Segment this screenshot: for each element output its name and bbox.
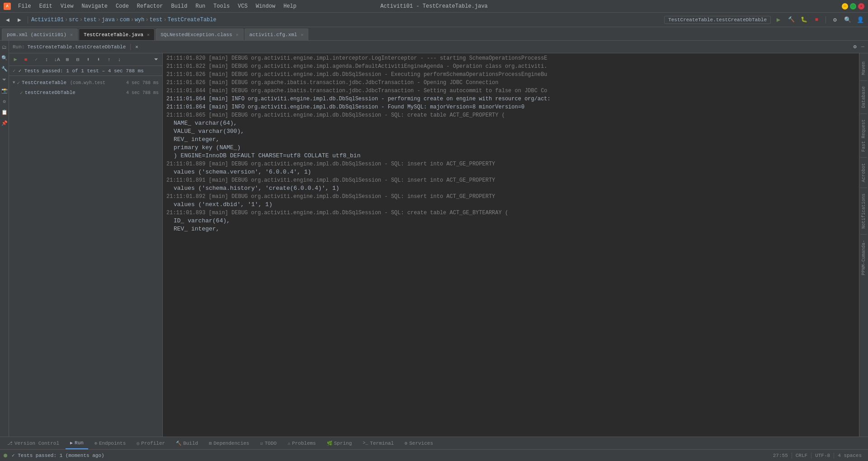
rerun-button[interactable]: ▶: [11, 55, 20, 64]
menu-vcs[interactable]: VCS: [234, 2, 251, 10]
collapse-all[interactable]: ⊟: [73, 55, 82, 64]
sort-alpha[interactable]: ↓A: [52, 55, 61, 64]
breadcrumb-item-wyh[interactable]: wyh: [135, 17, 145, 23]
tab-close-btn[interactable]: ✕: [147, 32, 150, 38]
database-tab[interactable]: Database: [860, 83, 867, 112]
file-tab-activiti-cfg-xml[interactable]: activiti.cfg.xml✕: [245, 28, 309, 40]
breadcrumb-separator: ›: [98, 17, 101, 23]
menu-refactor[interactable]: Refactor: [133, 2, 167, 10]
close-run[interactable]: ✕: [135, 44, 138, 50]
breadcrumb-item-testcreatetable[interactable]: TestCreateTable: [168, 17, 217, 23]
bookmark-icon[interactable]: 📋: [1, 108, 8, 116]
expand-all[interactable]: ⊞: [63, 55, 72, 64]
tab-label: Terminal: [370, 441, 394, 446]
notifications-tab[interactable]: Notifications: [860, 190, 867, 232]
bottom-tab-services[interactable]: ⚙Services: [400, 437, 438, 449]
ppnm-tab[interactable]: PPNM-Cumanda-: [860, 236, 867, 279]
run-config-name: TestCreateTable.testCreateDbTable: [27, 44, 126, 50]
stop-button[interactable]: ■: [811, 15, 821, 25]
breadcrumb-item-src[interactable]: src: [69, 17, 79, 23]
tab-close-btn[interactable]: ✕: [70, 32, 73, 38]
bottom-tab-version-control[interactable]: ⎇Version Control: [3, 437, 64, 449]
menu-build[interactable]: Build: [167, 2, 191, 10]
breadcrumb-item-test[interactable]: test: [84, 17, 97, 23]
settings-gear[interactable]: ⚙: [854, 43, 857, 50]
acrobot-tab[interactable]: Acrobot: [860, 160, 867, 186]
maximize-button[interactable]: □: [850, 3, 856, 9]
test-method-item[interactable]: ✓ testCreateDbTable 4 sec 788 ms: [9, 88, 162, 98]
bottom-tab-profiler[interactable]: ◎Profiler: [132, 437, 170, 449]
test-result-status: ✓ ✓ Tests passed: 1 of 1 test – 4 sec 78…: [9, 66, 162, 76]
fast-request-tab[interactable]: Fast Request: [860, 116, 867, 155]
debug-button[interactable]: 🐛: [799, 15, 809, 25]
menu-navigate[interactable]: Navigate: [78, 2, 111, 10]
file-tab-pom-xml--activiti01-[interactable]: pom.xml (activiti01)✕: [2, 28, 78, 40]
gear-icon[interactable]: ⚙: [1, 98, 8, 105]
settings-icon[interactable]: 🔧: [1, 65, 8, 72]
search-icon[interactable]: 🔍: [1, 54, 8, 61]
screenshot-icon[interactable]: 📸: [1, 87, 8, 94]
breadcrumb-item-activiti01[interactable]: Activiti01: [31, 17, 64, 23]
encoding[interactable]: UTF-8: [812, 453, 833, 458]
main-area: 🗂🔍🔧⏷📸⚙📋📌 Run: TestCreateTable.testCreate…: [0, 41, 868, 437]
bottom-tab-dependencies[interactable]: ⊞Dependencies: [204, 437, 254, 449]
profile-icon[interactable]: 👤: [855, 15, 865, 25]
bottom-tab-problems[interactable]: ⚠Problems: [283, 437, 321, 449]
run-config-selector[interactable]: TestCreateTable.testCreateDbTable: [664, 16, 771, 24]
minimize-panel[interactable]: ─: [861, 44, 864, 50]
scroll-to-top[interactable]: ⬆: [84, 55, 93, 64]
build-button[interactable]: 🔨: [786, 15, 796, 25]
menu-tools[interactable]: Tools: [210, 2, 233, 10]
menu-edit[interactable]: Edit: [36, 2, 56, 10]
search-button[interactable]: 🔍: [843, 15, 853, 25]
menu-help[interactable]: Help: [280, 2, 300, 10]
forward-button[interactable]: ▶: [14, 15, 24, 25]
run-icon[interactable]: ⏷: [1, 76, 8, 83]
console-output[interactable]: 21:11:01.820 [main] DEBUG org.activiti.e…: [163, 53, 859, 437]
breadcrumb-item-java[interactable]: java: [102, 17, 115, 23]
bottom-tab-spring[interactable]: 🌿Spring: [322, 437, 357, 449]
run-label: Run:: [13, 44, 24, 50]
menu-run[interactable]: Run: [192, 2, 209, 10]
bottom-tab-terminal[interactable]: >_Terminal: [358, 437, 398, 449]
bottom-tab-run[interactable]: ▶Run: [66, 437, 88, 449]
scroll-to-bottom[interactable]: ⬇: [94, 55, 103, 64]
console-line: 21:11:01.826 [main] DEBUG org.apache.iba…: [163, 79, 859, 87]
bottom-tab-endpoints[interactable]: ⊕Endpoints: [90, 437, 130, 449]
more-options[interactable]: ⏷: [151, 55, 160, 64]
file-tab-testcreatetable-java[interactable]: TestCreateTable.java✕: [79, 28, 155, 40]
menu-file[interactable]: File: [14, 2, 35, 10]
cursor-position[interactable]: 27:55: [770, 453, 791, 458]
tab-separator-2: [860, 113, 867, 114]
close-button[interactable]: ✕: [858, 3, 864, 9]
next-test[interactable]: ↓: [115, 55, 124, 64]
breadcrumb-item-test[interactable]: test: [150, 17, 163, 23]
pass-filter[interactable]: ✓: [32, 55, 41, 64]
file-tab-sqlnestedexception-class[interactable]: SQLNestedException.class✕: [156, 28, 243, 40]
menu-window[interactable]: Window: [252, 2, 279, 10]
back-button[interactable]: ◀: [3, 15, 13, 25]
project-icon[interactable]: 🗂: [1, 43, 8, 51]
stop-test-button[interactable]: ■: [21, 55, 30, 64]
menu-view[interactable]: View: [57, 2, 77, 10]
console-line: 21:11:01.844 [main] DEBUG org.apache.iba…: [163, 87, 859, 95]
app-logo: A: [4, 3, 11, 10]
breadcrumb-item-com[interactable]: com: [120, 17, 130, 23]
test-class-item[interactable]: ▼ ✓ TestCreateTable (com.wyh.test 4 sec …: [9, 78, 162, 88]
indent-info[interactable]: 4 spaces: [835, 453, 864, 458]
maven-tab[interactable]: Maven: [860, 58, 867, 79]
previous-test[interactable]: ↑: [104, 55, 113, 64]
bottom-tab-todo[interactable]: ☑TODO: [255, 437, 281, 449]
line-ending[interactable]: CRLF: [793, 453, 810, 458]
settings-button[interactable]: ⚙: [830, 15, 840, 25]
bottom-tab-build[interactable]: 🔨Build: [171, 437, 203, 449]
console-line: NAME_ varchar(64),: [163, 119, 859, 127]
tab-close-btn[interactable]: ✕: [236, 32, 239, 38]
menu-code[interactable]: Code: [112, 2, 132, 10]
console-line: primary key (NAME_): [163, 144, 859, 152]
tab-close-btn[interactable]: ✕: [301, 32, 303, 38]
pin-icon[interactable]: 📌: [1, 119, 8, 127]
run-button[interactable]: ▶: [774, 15, 783, 25]
sort-button[interactable]: ↕: [42, 55, 51, 64]
minimize-button[interactable]: ─: [842, 3, 848, 9]
